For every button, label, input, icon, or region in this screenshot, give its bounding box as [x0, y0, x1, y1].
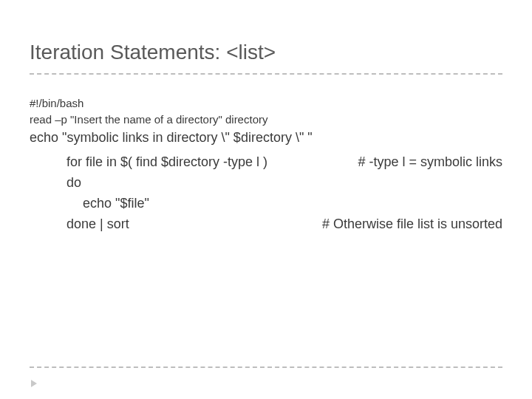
slide-title: Iteration Statements: <list>: [30, 41, 502, 73]
slide-body: #!/bin/bash read –p "Insert the name of …: [30, 95, 502, 235]
slide: Iteration Statements: <list> #!/bin/bash…: [0, 0, 532, 399]
code-text-done: done | sort: [66, 214, 129, 235]
code-line-echo: echo "symbolic links in directory \" $di…: [30, 128, 502, 149]
code-comment-typel: # -type l = symbolic links: [358, 152, 502, 173]
code-line-echo-inner: echo "$file": [66, 194, 502, 214]
code-line-shebang: #!/bin/bash: [30, 95, 502, 112]
code-row-done: done | sort # Otherwise file list is uns…: [66, 214, 502, 235]
code-comment-sort: # Otherwise file list is unsorted: [322, 214, 502, 235]
code-line-read: read –p "Insert the name of a directory"…: [30, 112, 502, 128]
title-underline: [30, 73, 502, 75]
code-line-do: do: [66, 173, 502, 194]
code-block-loop: for file in $( find $directory -type l )…: [66, 152, 502, 235]
code-text-for: for file in $( find $directory -type l ): [66, 152, 267, 173]
code-row-for: for file in $( find $directory -type l )…: [66, 152, 502, 173]
slide-marker-icon: [31, 380, 37, 387]
footer-rule: [30, 366, 502, 368]
